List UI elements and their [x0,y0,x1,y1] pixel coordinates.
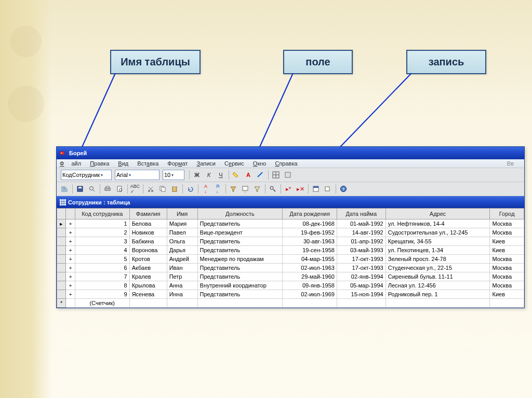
expand-toggle[interactable]: + [66,246,75,255]
col-birth[interactable]: Дата рождения [283,209,337,219]
cell-pos[interactable]: Представитель [197,264,283,272]
sort-desc-button[interactable]: Я↓ [212,183,223,195]
cell-pos[interactable]: Внутренний координатор [197,281,283,290]
cell-hire[interactable]: 17-окт-1993 [337,255,385,264]
copy-button[interactable] [157,183,168,195]
cell-name[interactable]: Ольга [167,237,197,246]
cell-birth[interactable]: 19-сен-1958 [283,246,337,255]
bold-button[interactable]: Ж [191,169,203,181]
table-row[interactable]: +8КрыловаАннаВнутренний координатор09-ян… [57,281,524,290]
font-color-button[interactable]: A [243,169,254,181]
cell-name[interactable]: Петр [167,272,197,281]
cell-fam[interactable]: Белова [129,219,167,228]
cell-name[interactable]: Павел [167,228,197,237]
cell-fam[interactable]: Акбаев [129,264,167,272]
cell-id[interactable]: 1 [75,219,129,228]
cell-birth[interactable]: 02-июл-1969 [283,290,337,299]
cell-city[interactable]: Киев [490,290,524,299]
row-selector[interactable]: ▸ [57,219,66,228]
cell-name[interactable]: Анна [167,281,197,290]
cell-birth[interactable]: 04-мар-1955 [283,255,337,264]
cell-pos[interactable]: Представитель [197,272,283,281]
cell-birth[interactable]: 19-фев-1952 [283,228,337,237]
cell-fam[interactable]: Бабкина [129,237,167,246]
menu-window[interactable]: Окно [253,160,267,167]
cell-birth[interactable]: 30-авг-1963 [283,237,337,246]
row-selector[interactable] [57,228,66,237]
row-selector-header[interactable] [57,209,66,219]
print-preview-button[interactable] [114,183,125,195]
table-row[interactable]: +2НовиковПавелВице-президент19-фев-19521… [57,228,524,237]
cell-city[interactable]: Москва [490,228,524,237]
cell-hire[interactable]: 01-май-1992 [337,219,385,228]
font-size-selector[interactable]: 10 ▾ [163,170,184,180]
table-row[interactable]: +4ВороноваДарьяПредставитель19-сен-19580… [57,246,524,255]
table-row[interactable]: +9ЯсеневаИннаПредставитель02-июл-196915-… [57,290,524,299]
cell-addr[interactable]: Зеленый просп. 24-78 [385,255,490,264]
col-hire[interactable]: Дата найма [337,209,385,219]
cell-hire[interactable]: 05-мар-1994 [337,281,385,290]
cell-city[interactable]: Киев [490,246,524,255]
spellcheck-button[interactable]: ABC✓ [129,183,141,195]
cell-addr[interactable]: Студенческая ул., 22-15 [385,264,490,272]
cell-id[interactable]: 2 [75,228,129,237]
cell-fam[interactable]: Ясенева [129,290,167,299]
cell-fam[interactable]: Воронова [129,246,167,255]
expand-toggle[interactable]: + [66,264,75,272]
cell-fam[interactable]: Кротов [129,255,167,264]
cell-pos[interactable]: Вице-президент [197,228,283,237]
cell-fam[interactable]: Новиков [129,228,167,237]
expand-toggle[interactable]: + [66,281,75,290]
cell-addr[interactable]: Родниковый пер. 1 [385,290,490,299]
new-row[interactable]: *(Счетчик) [57,299,524,308]
field-selector[interactable]: КодСотрудник ▾ [61,170,112,180]
row-selector[interactable] [57,272,66,281]
cell-city[interactable]: Москва [490,281,524,290]
fill-color-button[interactable] [231,169,242,181]
col-name[interactable]: Имя [167,209,197,219]
print-button[interactable] [102,183,113,195]
cell-pos[interactable]: Представитель [197,246,283,255]
menu-view[interactable]: Вид [118,160,128,167]
row-selector[interactable] [57,246,66,255]
cell-city[interactable]: Москва [490,264,524,272]
sort-asc-button[interactable]: А↓ [200,183,211,195]
cell-id[interactable]: 5 [75,255,129,264]
filter-selection-button[interactable] [228,183,239,195]
cell-pos[interactable]: Представитель [197,219,283,228]
cell-pos[interactable]: Менеджер по продажам [197,255,283,264]
cell-id[interactable]: 3 [75,237,129,246]
new-record-button[interactable]: ▸* [283,183,294,195]
underline-button[interactable]: Ч [215,169,227,181]
cut-button[interactable] [145,183,156,195]
undo-button[interactable] [184,183,196,195]
cell-birth[interactable]: 08-дек-1968 [283,219,337,228]
col-fam[interactable]: Фамилия [129,209,167,219]
cell-name[interactable]: Андрей [167,255,197,264]
cell-id[interactable]: 7 [75,272,129,281]
row-selector[interactable] [57,290,66,299]
cell-name[interactable]: Дарья [167,246,197,255]
table-row[interactable]: +6АкбаевИванПредставитель02-июл-196317-о… [57,264,524,272]
find-button[interactable] [267,183,278,195]
cell-autonum[interactable]: (Счетчик) [75,299,129,308]
table-row[interactable]: ▸+1БеловаМарияПредставитель08-дек-196801… [57,219,524,228]
expand-toggle[interactable]: + [66,255,75,264]
expand-toggle[interactable]: + [66,290,75,299]
cell-birth[interactable]: 09-янв-1958 [283,281,337,290]
expand-toggle[interactable]: + [66,228,75,237]
help-button[interactable]: ? [338,183,349,195]
cell-hire[interactable]: 03-май-1993 [337,246,385,255]
cell-hire[interactable]: 14-авг-1992 [337,228,385,237]
cell-addr[interactable]: Крещатик, 34-55 [385,237,490,246]
filter-toggle-button[interactable] [251,183,263,195]
cell-addr[interactable]: ул. Пехотинцев, 1-34 [385,246,490,255]
cell-city[interactable]: Москва [490,219,524,228]
view-button[interactable] [59,183,70,195]
cell-hire[interactable]: 01-апр-1992 [337,237,385,246]
menu-insert[interactable]: Вставка [137,160,158,167]
italic-button[interactable]: К [203,169,215,181]
menu-format[interactable]: Формат [167,160,188,167]
cell-hire[interactable]: 17-окт-1993 [337,264,385,272]
cell-fam[interactable]: Кралев [129,272,167,281]
